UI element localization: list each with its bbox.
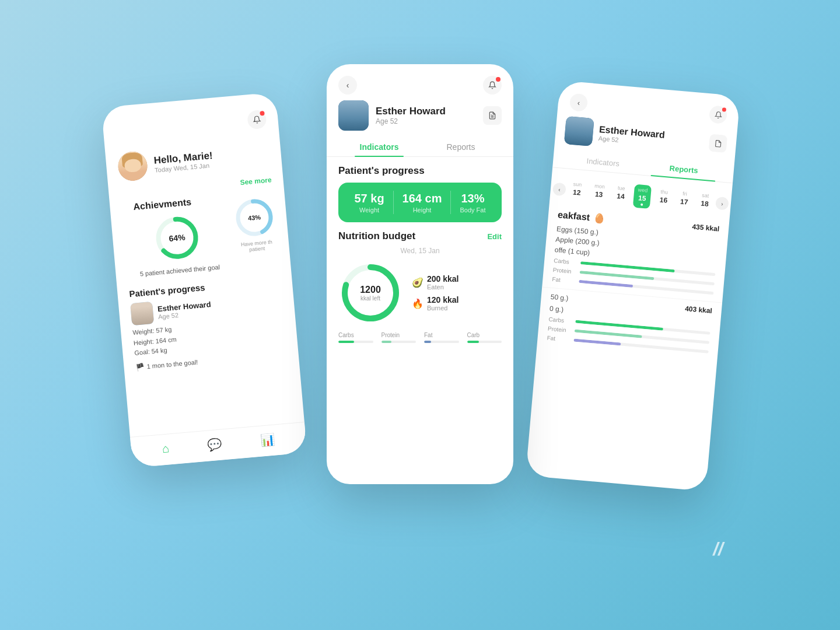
divider xyxy=(393,191,394,214)
carbs-bar xyxy=(338,341,373,343)
mini-circle-value: 43% xyxy=(248,214,261,222)
patient-info: Esther Howard Age 52 xyxy=(327,100,513,138)
bottom-nav: ⌂ 💬 📊 xyxy=(130,422,307,468)
cal-day-sat[interactable]: sat 18 xyxy=(696,190,713,214)
cal-day-thu[interactable]: thu 16 xyxy=(655,186,672,211)
patient-avatar xyxy=(130,302,154,326)
bell-icon[interactable] xyxy=(709,105,728,124)
nutrition-title: Nutrition budget xyxy=(338,230,415,242)
bell-icon[interactable] xyxy=(247,110,267,130)
protein-label: Protein xyxy=(382,332,416,338)
weight-stat: 57 kg Weight xyxy=(354,192,384,214)
protein-fill xyxy=(579,271,654,280)
patient-card: Esther Howard Age 52 Weight: 57 kg Heigh… xyxy=(130,290,287,372)
document-icon[interactable] xyxy=(709,134,728,153)
burned-value: 120 kkal xyxy=(427,295,459,304)
donut-center: 1200 kkal left xyxy=(360,285,381,302)
back-button[interactable]: ‹ xyxy=(569,93,589,112)
apple-name: Apple (200 g.) xyxy=(555,235,600,247)
notification-dot xyxy=(496,77,501,82)
progress-title: Patient's progress xyxy=(327,165,513,183)
patient-avatar xyxy=(338,100,369,131)
back-button[interactable]: ‹ xyxy=(338,76,357,94)
greeting-container: Hello, Marie! Today Wed, 15 Jan xyxy=(153,150,214,174)
cal-day-fri[interactable]: fri 17 xyxy=(676,188,693,212)
breakfast-section: eakfast 🥚 435 kkal Eggs (150 g.) Apple (… xyxy=(542,206,729,302)
kcal-value: 1200 xyxy=(360,285,381,295)
cal-day-mon[interactable]: mon 13 xyxy=(590,180,609,205)
watermark: // xyxy=(713,538,723,560)
bodyfat-label: Body Fat xyxy=(460,206,485,214)
chart-icon[interactable]: 📊 xyxy=(260,432,275,447)
carb2-bar xyxy=(467,341,502,343)
home-icon[interactable]: ⌂ xyxy=(162,442,170,456)
mini-chart-desc: Have more th patient xyxy=(239,239,275,253)
height-stat: 164 cm Height xyxy=(402,192,442,214)
carbs-fill xyxy=(338,341,354,343)
edit-button[interactable]: Edit xyxy=(487,232,502,241)
bell-icon[interactable] xyxy=(483,76,502,94)
cal-day-tue[interactable]: tue 14 xyxy=(612,183,629,207)
eaten-label: Eaten xyxy=(427,284,459,290)
next-arrow[interactable]: › xyxy=(715,197,729,211)
protein-fill2 xyxy=(575,330,642,338)
weight-label: Weight xyxy=(354,206,384,214)
protein-label2: Protein xyxy=(548,326,570,334)
patient-name: Esther Howard xyxy=(376,106,476,117)
carbs-label: Carbs xyxy=(554,257,576,265)
protein-fill xyxy=(382,341,392,343)
fat-macro: Fat xyxy=(424,332,459,343)
fat-fill xyxy=(424,341,431,343)
eaten-row: 🥑 200 kkal Eaten xyxy=(412,274,459,290)
achieved-text: 5 patient achieved their goal xyxy=(139,263,221,277)
carb2-fill xyxy=(467,341,480,343)
burned-row: 🔥 120 kkal Burned xyxy=(412,295,459,312)
fat-label: Fat xyxy=(552,276,575,284)
carbs-label2: Carbs xyxy=(548,316,571,324)
nutrition-header: Nutrition budget Edit xyxy=(327,230,513,247)
patient-progress-section: Patient's progress Esther Howard Age 52 … xyxy=(117,270,299,377)
fat-bar xyxy=(424,341,459,343)
protein-bar xyxy=(382,341,416,343)
cp-header: ‹ xyxy=(327,64,513,100)
mini-progress-circle: 43% xyxy=(232,195,276,240)
cal-day-sun[interactable]: sun 12 xyxy=(568,178,586,203)
divider-2 xyxy=(450,191,451,214)
eaten-burned: 🥑 200 kkal Eaten 🔥 120 kkal Burned xyxy=(412,274,459,312)
chart-section: Achievments 64% 5 patient achieved their… xyxy=(109,183,291,286)
tabs: Indicators Reports xyxy=(327,138,513,157)
progress-circle: 64% xyxy=(152,212,202,263)
carbs-macro: Carbs xyxy=(338,332,373,343)
achievements-section: Achievments 64% 5 patient achieved their… xyxy=(121,188,233,284)
patient-avatar xyxy=(564,116,594,146)
donut-chart: 1200 kkal left xyxy=(338,261,402,325)
bodyfat-stat: 13% Body Fat xyxy=(460,192,485,214)
patient-age: Age 52 xyxy=(376,117,476,125)
weight-value: 57 kg xyxy=(354,192,384,205)
carb2-macro: Carb xyxy=(467,332,502,343)
fat-fill xyxy=(579,280,633,288)
avatar xyxy=(117,150,148,182)
patient-details: Esther Howard Age 52 xyxy=(376,106,476,125)
prev-arrow[interactable]: ‹ xyxy=(552,182,566,196)
tab-reports[interactable]: Reports xyxy=(420,138,502,156)
active-dot xyxy=(640,204,643,206)
breakfast-kcal: 435 kkal xyxy=(692,222,720,233)
document-icon[interactable] xyxy=(483,106,502,125)
nutrition-body: 1200 kkal left 🥑 200 kkal Eaten 🔥 120 kk… xyxy=(327,261,513,325)
goal-text: 1 mon to the goal! xyxy=(146,358,198,370)
cal-day-wed-active[interactable]: wed 15 xyxy=(633,184,652,209)
coffee-name: offe (1 cup) xyxy=(554,246,590,257)
tab-indicators[interactable]: Indicators xyxy=(338,138,420,156)
left-phone: Hello, Marie! Today Wed, 15 Jan See more… xyxy=(102,92,307,468)
carbs-label: Carbs xyxy=(338,332,373,338)
circle-value: 64% xyxy=(169,233,186,243)
fat-label2: Fat xyxy=(547,335,569,343)
protein-macro: Protein xyxy=(382,332,416,343)
kcal-unit: kkal left xyxy=(360,295,381,301)
height-value: 164 cm xyxy=(402,192,442,205)
nutrition-date: Wed, 15 Jan xyxy=(327,247,513,255)
carb2-label: Carb xyxy=(467,332,502,338)
chat-icon[interactable]: 💬 xyxy=(207,436,223,452)
right-phone: ‹ Esther Howard Age 52 xyxy=(526,80,740,491)
